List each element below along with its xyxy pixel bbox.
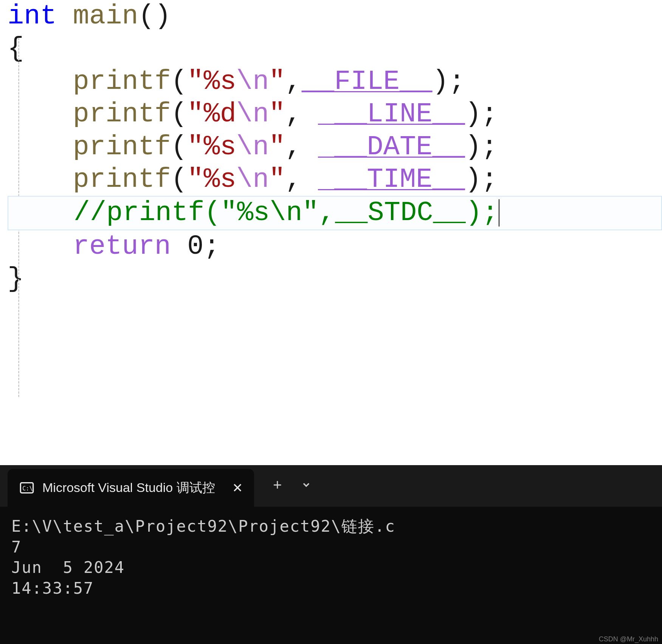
number-literal: 0 <box>187 231 203 262</box>
paren-open: ( <box>171 132 187 163</box>
code-line[interactable]: } <box>8 263 662 295</box>
format-spec: %s <box>204 132 236 163</box>
terminal-tab-actions: + <box>273 478 312 495</box>
string-quote: " <box>187 99 203 130</box>
function-call: printf <box>73 66 171 97</box>
comma: , <box>285 132 318 163</box>
code-line[interactable]: printf("%d\n", __LINE__); <box>8 98 662 130</box>
keyword-type: int <box>8 1 57 32</box>
string-quote: " <box>187 132 203 163</box>
paren-open: ( <box>171 99 187 130</box>
terminal-output[interactable]: E:\V\test_a\Project92\Project92\链接.c 7 J… <box>0 507 662 608</box>
escape-seq: \n <box>236 99 269 130</box>
terminal-tab-title: Microsoft Visual Studio 调试控 <box>42 479 215 497</box>
close-icon[interactable]: ✕ <box>232 480 243 495</box>
terminal-line: E:\V\test_a\Project92\Project92\链接.c <box>11 516 651 537</box>
terminal-line: 7 <box>11 537 651 558</box>
terminal-line: 14:33:57 <box>11 578 651 599</box>
function-call: printf <box>73 99 171 130</box>
indent <box>8 66 73 97</box>
format-spec: %d <box>204 99 236 130</box>
escape-seq: \n <box>236 66 269 97</box>
string-quote: " <box>187 164 203 195</box>
function-call: printf <box>73 132 171 163</box>
string-quote: " <box>269 132 285 163</box>
text-cursor <box>499 199 499 227</box>
format-spec: %s <box>204 66 236 97</box>
semicolon: ; <box>204 231 220 262</box>
terminal-panel: C:\ Microsoft Visual Studio 调试控 ✕ + E:\V… <box>0 465 662 644</box>
comma: , <box>285 164 318 195</box>
close-brace: } <box>8 264 24 295</box>
escape-seq: \n <box>236 164 269 195</box>
terminal-icon: C:\ <box>19 480 35 496</box>
function-name: main <box>73 1 138 32</box>
terminal-tab-bar: C:\ Microsoft Visual Studio 调试控 ✕ + <box>0 465 662 507</box>
paren-open: ( <box>171 164 187 195</box>
comma: , <box>285 66 302 97</box>
semicolon: ; <box>481 164 498 195</box>
macro: __TIME__ <box>318 164 465 195</box>
string-quote: " <box>187 66 203 97</box>
code-line[interactable]: printf("%s\n", __TIME__); <box>8 163 662 196</box>
keyword-return: return <box>73 231 171 262</box>
code-line-active[interactable]: //printf("%s\n",__STDC__); <box>8 196 662 230</box>
string-quote: " <box>269 164 285 195</box>
paren-close: ) <box>465 164 481 195</box>
code-editor[interactable]: int main() { printf("%s\n",__FILE__); pr… <box>0 0 662 465</box>
indent <box>8 99 73 130</box>
string-quote: " <box>269 66 285 97</box>
space <box>57 1 73 32</box>
indent <box>8 231 73 262</box>
code-line[interactable]: { <box>8 33 662 65</box>
macro: __LINE__ <box>318 99 465 130</box>
code-line[interactable]: int main() <box>8 0 662 33</box>
semicolon: ; <box>481 99 498 130</box>
format-spec: %s <box>204 164 236 195</box>
semicolon: ; <box>449 66 465 97</box>
comma: , <box>285 99 318 130</box>
function-call: printf <box>73 164 171 195</box>
indent <box>8 197 74 228</box>
new-tab-button[interactable]: + <box>273 478 282 495</box>
macro: __DATE__ <box>318 132 465 163</box>
terminal-line: Jun 5 2024 <box>11 557 651 578</box>
parentheses: () <box>138 1 171 32</box>
code-line[interactable]: printf("%s\n", __DATE__); <box>8 131 662 163</box>
paren-close: ) <box>465 132 481 163</box>
paren-close: ) <box>432 66 448 97</box>
escape-seq: \n <box>236 132 269 163</box>
open-brace: { <box>8 33 24 64</box>
indent <box>8 132 73 163</box>
space <box>171 231 187 262</box>
watermark: CSDN @Mr_Xuhhh <box>599 635 658 643</box>
code-line[interactable]: printf("%s\n",__FILE__); <box>8 65 662 98</box>
string-quote: " <box>269 99 285 130</box>
paren-close: ) <box>465 99 481 130</box>
terminal-tab[interactable]: C:\ Microsoft Visual Studio 调试控 ✕ <box>8 469 254 507</box>
tab-dropdown-button[interactable] <box>301 478 312 495</box>
semicolon: ; <box>481 132 498 163</box>
macro: __FILE__ <box>302 66 433 97</box>
indent <box>8 164 73 195</box>
paren-open: ( <box>171 66 187 97</box>
svg-text:C:\: C:\ <box>22 485 33 492</box>
comment: //printf("%s\n",__STDC__); <box>74 197 498 228</box>
code-line[interactable]: return 0; <box>8 230 662 263</box>
